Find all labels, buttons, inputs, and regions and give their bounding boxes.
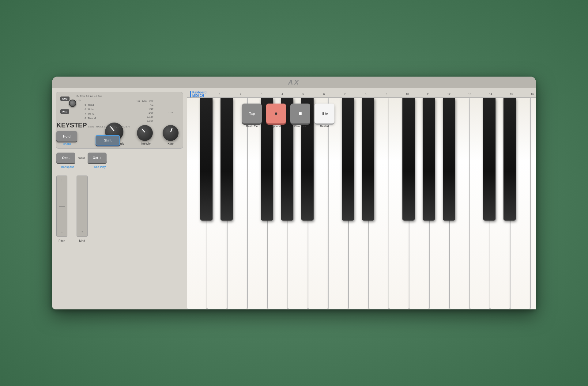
ch-15: 15	[501, 93, 522, 96]
ch-5: 5	[293, 93, 314, 96]
mod-slider-group: ↑ Mod	[77, 176, 88, 243]
keyboard-section: Keyboard MIDI CH 1 2 3 4 5 6 7 8 9 10 11…	[187, 88, 536, 309]
time-div-knob[interactable]	[137, 125, 153, 141]
channel-numbers: 1 2 3 4 5 6 7 8 9 10 11 12 13 14 15 16	[209, 93, 536, 96]
piano-keyboard	[187, 98, 536, 309]
main-panel: Seq Arp 2 / Dwn 3 / Inc 4 / Exc 1 / Up	[52, 88, 536, 309]
black-key-10[interactable]	[402, 98, 415, 221]
mod-slider[interactable]: ↑	[77, 176, 88, 237]
ch-16: 16	[522, 93, 536, 96]
brand-subtitle: CONTROLLER & SEQUENCER	[88, 125, 130, 128]
hold-button[interactable]: Hold	[56, 131, 77, 142]
ch-6: 6	[314, 93, 334, 96]
clear-icon: ■	[299, 110, 302, 117]
keyboard-container	[187, 97, 536, 309]
shift-button[interactable]: Shift	[96, 135, 120, 146]
oct-plus-button[interactable]: Oct +	[88, 153, 107, 163]
pitch-label: Pitch	[58, 239, 65, 243]
black-key-8[interactable]	[362, 98, 374, 221]
mode-annotations: 2 / Dwn 3 / Inc 4 / Exc 1 / Up 5 / Rand …	[74, 94, 102, 120]
top-bar: AX	[52, 77, 536, 88]
append-button[interactable]: ●	[266, 104, 286, 123]
restart-label: Restart	[320, 125, 329, 128]
rate-label: Rate	[168, 142, 174, 145]
black-key-0[interactable]	[200, 98, 213, 221]
ch-14: 14	[480, 93, 501, 96]
pitch-slider-group: ↑ ↓ Pitch	[56, 176, 67, 243]
pitch-up-arrow: ↑	[61, 178, 63, 183]
clear-last-group: ■ Clear Last	[290, 104, 310, 128]
rest-tie-label: Rest / Tie	[246, 125, 258, 128]
time-div-label: Time Div	[139, 142, 151, 145]
clear-last-label: Clear Last	[294, 125, 307, 128]
mod-label: Mod	[79, 239, 85, 243]
sliders-section: ↑ ↓ Pitch ↑ Mod	[56, 176, 88, 243]
ch-9: 9	[376, 93, 397, 96]
black-key-12[interactable]	[443, 98, 455, 221]
restart-button[interactable]: ⏸/▶	[315, 104, 334, 123]
ch-7: 7	[334, 93, 355, 96]
ch-12: 12	[439, 93, 459, 96]
ch-13: 13	[459, 93, 480, 96]
ch-8: 8	[355, 93, 376, 96]
mod-up-arrow: ↑	[81, 230, 83, 234]
keystep-device: AX Seq Arp	[52, 77, 536, 309]
black-key-7[interactable]	[342, 98, 354, 221]
ch-4: 4	[272, 93, 293, 96]
hold-shift-row: Hold Chord Shift	[56, 131, 120, 146]
reset-label: Reset	[78, 156, 85, 159]
oct-minus-button[interactable]: Oct -	[56, 153, 75, 163]
pitch-down-arrow: ↓	[61, 230, 63, 234]
oct-labels-row: Transpose Kbd Play	[56, 165, 112, 168]
tap-button[interactable]: Tap	[242, 104, 262, 123]
ch-3: 3	[251, 93, 272, 96]
restart-icon: ⏸/▶	[321, 111, 328, 116]
black-key-11[interactable]	[423, 98, 435, 221]
black-key-1[interactable]	[221, 98, 233, 221]
ch-10: 10	[397, 93, 418, 96]
clear-last-button[interactable]: ■	[290, 104, 310, 123]
seq-label: Seq	[60, 96, 70, 101]
append-group: ● Append	[266, 104, 286, 128]
ch-11: 11	[418, 93, 439, 96]
transport-section: Tap Rest / Tie ● Append ■ Clear Last ⏸/▶…	[242, 104, 334, 128]
midi-indicator: Keyboard MIDI CH 1 2 3 4 5 6 7 8 9 10 11…	[190, 91, 533, 97]
shift-group: Shift	[96, 135, 120, 146]
rate-knob[interactable]	[163, 125, 179, 141]
pitch-center-line	[59, 206, 65, 206]
kbd-play-label: Kbd Play	[88, 165, 112, 168]
white-key-17[interactable]	[530, 98, 536, 309]
restart-group: ⏸/▶ Restart	[315, 104, 334, 128]
tap-group: Tap Rest / Tie	[242, 104, 262, 128]
pitch-slider[interactable]: ↑ ↓	[56, 176, 67, 237]
left-section: Seq Arp 2 / Dwn 3 / Inc 4 / Exc 1 / Up	[52, 88, 187, 309]
append-icon: ●	[274, 110, 278, 117]
oct-row: Oct - Reset Oct +	[56, 153, 107, 163]
ch-2: 2	[230, 93, 251, 96]
keystep-branding: KEYSTEP CONTROLLER & SEQUENCER	[56, 121, 130, 129]
ch-1: 1	[209, 93, 230, 96]
hold-chord-group: Hold Chord	[56, 131, 77, 146]
arp-label: Arp	[60, 109, 69, 114]
midi-ch-label: Keyboard MIDI CH	[190, 91, 206, 97]
chord-label: Chord	[63, 142, 71, 146]
brand-name: KEYSTEP	[56, 121, 87, 129]
device-logo: AX	[288, 78, 300, 86]
time-div-knob-group: 1/8 1/16 1/32 1/4 1/4T 1/8T 1/16T 1/32T …	[136, 100, 153, 145]
black-key-15[interactable]	[503, 98, 516, 221]
transpose-label: Transpose	[56, 165, 78, 168]
rate-knob-group: 1/16 Rate	[163, 111, 179, 145]
append-label: Append	[271, 125, 281, 128]
black-key-14[interactable]	[483, 98, 496, 221]
